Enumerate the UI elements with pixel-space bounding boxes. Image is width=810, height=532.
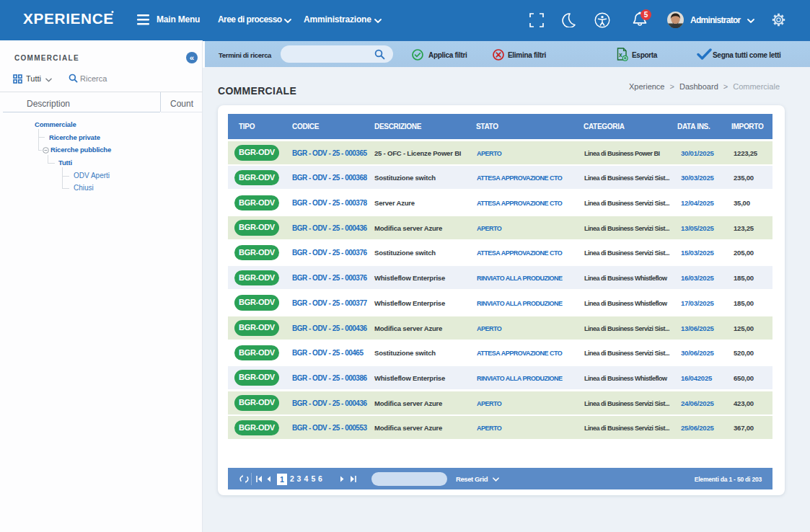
svg-text:5: 5 <box>644 11 648 19</box>
svg-text:x: x <box>619 51 622 58</box>
svg-text:XPERIENCE: XPERIENCE <box>23 12 114 27</box>
svg-text:«: « <box>190 53 194 62</box>
